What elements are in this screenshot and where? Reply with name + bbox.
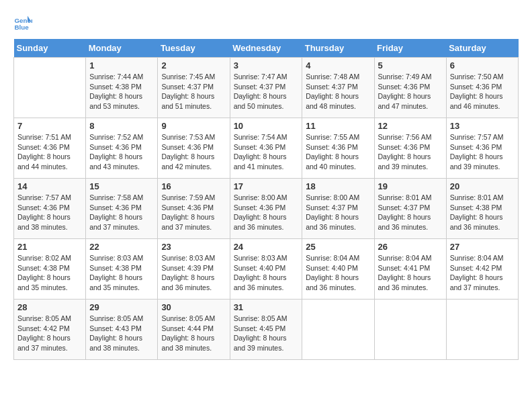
day-cell: 9 Sunrise: 7:53 AM Sunset: 4:36 PM Dayli… — [158, 118, 230, 179]
day-info: Sunrise: 7:44 AM Sunset: 4:38 PM Dayligh… — [89, 72, 154, 111]
day-info: Sunrise: 8:04 AM Sunset: 4:40 PM Dayligh… — [306, 253, 370, 293]
day-cell: 5 Sunrise: 7:49 AM Sunset: 4:36 PM Dayli… — [374, 58, 446, 118]
day-cell: 28 Sunrise: 8:05 AM Sunset: 4:42 PM Dayl… — [14, 300, 86, 360]
day-info: Sunrise: 7:57 AM Sunset: 4:36 PM Dayligh… — [450, 132, 515, 172]
day-number: 27 — [450, 242, 515, 252]
day-cell: 25 Sunrise: 8:04 AM Sunset: 4:40 PM Dayl… — [302, 239, 374, 300]
day-cell: 24 Sunrise: 8:03 AM Sunset: 4:40 PM Dayl… — [230, 239, 302, 300]
day-info: Sunrise: 8:04 AM Sunset: 4:42 PM Dayligh… — [450, 253, 515, 293]
day-number: 4 — [306, 60, 370, 71]
day-cell: 17 Sunrise: 8:00 AM Sunset: 4:36 PM Dayl… — [230, 179, 302, 239]
calendar-table: SundayMondayTuesdayWednesdayThursdayFrid… — [13, 39, 519, 360]
day-number: 12 — [378, 121, 443, 131]
day-info: Sunrise: 8:00 AM Sunset: 4:36 PM Dayligh… — [234, 193, 299, 232]
day-info: Sunrise: 7:59 AM Sunset: 4:36 PM Dayligh… — [161, 193, 226, 232]
day-number: 26 — [378, 242, 443, 252]
day-cell: 27 Sunrise: 8:04 AM Sunset: 4:42 PM Dayl… — [446, 239, 518, 300]
day-number: 7 — [17, 121, 82, 131]
day-number: 1 — [89, 60, 154, 71]
day-number: 2 — [161, 60, 226, 71]
day-cell: 22 Sunrise: 8:03 AM Sunset: 4:38 PM Dayl… — [86, 239, 158, 300]
day-info: Sunrise: 7:52 AM Sunset: 4:36 PM Dayligh… — [89, 132, 154, 172]
day-info: Sunrise: 8:03 AM Sunset: 4:38 PM Dayligh… — [89, 253, 154, 293]
day-cell: 1 Sunrise: 7:44 AM Sunset: 4:38 PM Dayli… — [86, 58, 158, 118]
day-info: Sunrise: 8:05 AM Sunset: 4:42 PM Dayligh… — [17, 314, 82, 353]
day-info: Sunrise: 8:03 AM Sunset: 4:40 PM Dayligh… — [234, 253, 299, 293]
week-row-4: 28 Sunrise: 8:05 AM Sunset: 4:42 PM Dayl… — [14, 300, 519, 360]
day-header-tuesday: Tuesday — [158, 39, 230, 58]
day-info: Sunrise: 7:49 AM Sunset: 4:36 PM Dayligh… — [378, 72, 443, 111]
day-number: 18 — [306, 181, 370, 191]
day-info: Sunrise: 8:05 AM Sunset: 4:43 PM Dayligh… — [89, 314, 154, 353]
day-header-saturday: Saturday — [446, 39, 518, 58]
day-cell — [14, 58, 86, 118]
day-number: 14 — [17, 181, 82, 191]
day-cell: 7 Sunrise: 7:51 AM Sunset: 4:36 PM Dayli… — [14, 118, 86, 179]
day-info: Sunrise: 7:45 AM Sunset: 4:37 PM Dayligh… — [161, 72, 226, 111]
day-info: Sunrise: 7:57 AM Sunset: 4:36 PM Dayligh… — [17, 193, 82, 232]
day-number: 30 — [161, 302, 226, 312]
day-info: Sunrise: 8:01 AM Sunset: 4:37 PM Dayligh… — [378, 193, 443, 232]
day-cell: 23 Sunrise: 8:03 AM Sunset: 4:39 PM Dayl… — [158, 239, 230, 300]
day-info: Sunrise: 8:00 AM Sunset: 4:37 PM Dayligh… — [306, 193, 370, 232]
day-cell: 2 Sunrise: 7:45 AM Sunset: 4:37 PM Dayli… — [158, 58, 230, 118]
day-number: 19 — [378, 181, 443, 191]
day-info: Sunrise: 7:51 AM Sunset: 4:36 PM Dayligh… — [17, 132, 82, 172]
day-cell: 11 Sunrise: 7:55 AM Sunset: 4:36 PM Dayl… — [302, 118, 374, 179]
day-info: Sunrise: 8:05 AM Sunset: 4:44 PM Dayligh… — [161, 314, 226, 353]
day-number: 10 — [234, 121, 299, 131]
day-info: Sunrise: 7:56 AM Sunset: 4:36 PM Dayligh… — [378, 132, 443, 172]
day-cell: 8 Sunrise: 7:52 AM Sunset: 4:36 PM Dayli… — [86, 118, 158, 179]
week-row-2: 14 Sunrise: 7:57 AM Sunset: 4:36 PM Dayl… — [14, 179, 519, 239]
day-cell: 18 Sunrise: 8:00 AM Sunset: 4:37 PM Dayl… — [302, 179, 374, 239]
day-info: Sunrise: 7:58 AM Sunset: 4:36 PM Dayligh… — [89, 193, 154, 232]
day-info: Sunrise: 8:05 AM Sunset: 4:45 PM Dayligh… — [234, 314, 299, 353]
day-cell — [446, 300, 518, 360]
day-info: Sunrise: 8:03 AM Sunset: 4:39 PM Dayligh… — [161, 253, 226, 293]
day-number: 16 — [161, 181, 226, 191]
day-cell: 20 Sunrise: 8:01 AM Sunset: 4:38 PM Dayl… — [446, 179, 518, 239]
day-cell: 10 Sunrise: 7:54 AM Sunset: 4:36 PM Dayl… — [230, 118, 302, 179]
day-cell: 14 Sunrise: 7:57 AM Sunset: 4:36 PM Dayl… — [14, 179, 86, 239]
day-cell: 29 Sunrise: 8:05 AM Sunset: 4:43 PM Dayl… — [86, 300, 158, 360]
day-info: Sunrise: 7:47 AM Sunset: 4:37 PM Dayligh… — [234, 72, 299, 111]
day-number: 8 — [89, 121, 154, 131]
day-info: Sunrise: 7:55 AM Sunset: 4:36 PM Dayligh… — [306, 132, 370, 172]
day-number: 5 — [378, 60, 443, 71]
day-cell — [302, 300, 374, 360]
day-number: 22 — [89, 242, 154, 252]
week-row-0: 1 Sunrise: 7:44 AM Sunset: 4:38 PM Dayli… — [14, 58, 519, 118]
day-number: 21 — [17, 242, 82, 252]
day-header-sunday: Sunday — [14, 39, 86, 58]
day-cell: 16 Sunrise: 7:59 AM Sunset: 4:36 PM Dayl… — [158, 179, 230, 239]
day-cell — [374, 300, 446, 360]
day-info: Sunrise: 7:54 AM Sunset: 4:36 PM Dayligh… — [234, 132, 299, 172]
day-number: 25 — [306, 242, 370, 252]
logo: General Blue — [13, 13, 35, 32]
day-header-friday: Friday — [374, 39, 446, 58]
day-info: Sunrise: 7:48 AM Sunset: 4:37 PM Dayligh… — [306, 72, 370, 111]
day-info: Sunrise: 7:53 AM Sunset: 4:36 PM Dayligh… — [161, 132, 226, 172]
day-cell: 15 Sunrise: 7:58 AM Sunset: 4:36 PM Dayl… — [86, 179, 158, 239]
day-cell: 30 Sunrise: 8:05 AM Sunset: 4:44 PM Dayl… — [158, 300, 230, 360]
week-row-3: 21 Sunrise: 8:02 AM Sunset: 4:38 PM Dayl… — [14, 239, 519, 300]
day-number: 28 — [17, 302, 82, 312]
day-cell: 4 Sunrise: 7:48 AM Sunset: 4:37 PM Dayli… — [302, 58, 374, 118]
day-number: 24 — [234, 242, 299, 252]
day-cell: 3 Sunrise: 7:47 AM Sunset: 4:37 PM Dayli… — [230, 58, 302, 118]
day-cell: 31 Sunrise: 8:05 AM Sunset: 4:45 PM Dayl… — [230, 300, 302, 360]
day-number: 3 — [234, 60, 299, 71]
day-number: 15 — [89, 181, 154, 191]
day-cell: 26 Sunrise: 8:04 AM Sunset: 4:41 PM Dayl… — [374, 239, 446, 300]
svg-text:Blue: Blue — [14, 24, 29, 31]
day-number: 29 — [89, 302, 154, 312]
page-header: General Blue — [13, 13, 519, 32]
day-info: Sunrise: 7:50 AM Sunset: 4:36 PM Dayligh… — [450, 72, 515, 111]
day-number: 13 — [450, 121, 515, 131]
day-number: 20 — [450, 181, 515, 191]
day-header-monday: Monday — [86, 39, 158, 58]
day-cell: 21 Sunrise: 8:02 AM Sunset: 4:38 PM Dayl… — [14, 239, 86, 300]
day-cell: 6 Sunrise: 7:50 AM Sunset: 4:36 PM Dayli… — [446, 58, 518, 118]
logo-icon: General Blue — [13, 13, 32, 32]
day-number: 9 — [161, 121, 226, 131]
